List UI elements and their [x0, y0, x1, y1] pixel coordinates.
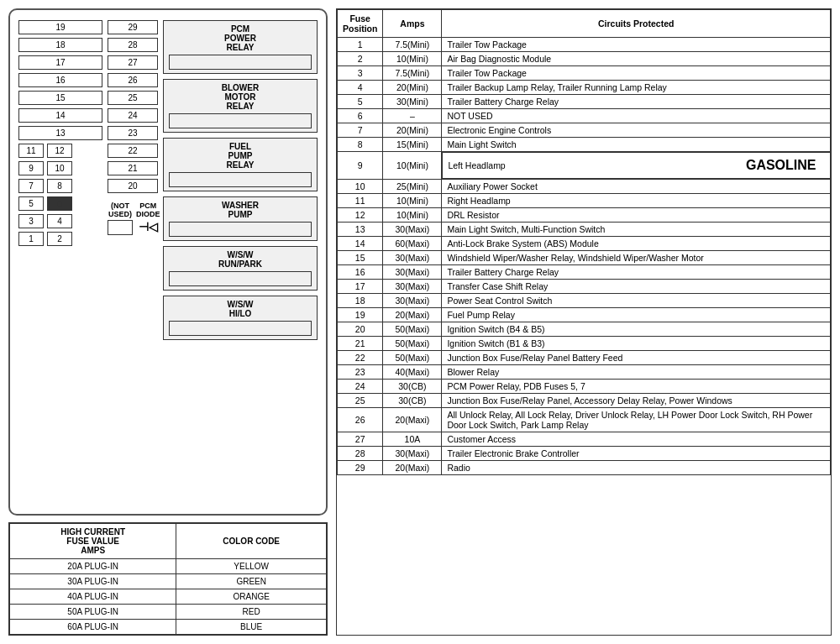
- table-row: 22 50(Maxi) Junction Box Fuse/Relay Pane…: [338, 351, 831, 365]
- col-header-position: Fuse Position: [338, 10, 383, 38]
- legend-color: ORANGE: [176, 589, 327, 605]
- amps-cell: 30(Maxi): [383, 447, 442, 461]
- circuit-cell: Air Bag Diagnostic Module: [442, 52, 831, 66]
- fuse-11: 11: [18, 144, 44, 158]
- pcm-diode-symbol: ⊣◁: [136, 220, 160, 233]
- amps-cell: 10A: [383, 432, 442, 447]
- legend-row: 20A PLUG-INYELLOW: [10, 559, 327, 574]
- circuit-cell: Radio: [442, 461, 831, 475]
- amps-cell: 15(Mini): [383, 138, 442, 152]
- amps-cell: 10(Mini): [383, 208, 442, 223]
- table-row: 9 10(Mini) Left HeadlampGASOLINE: [338, 152, 831, 180]
- legend-color: YELLOW: [176, 559, 327, 574]
- fuse-27: 27: [108, 55, 158, 70]
- pos-cell: 9: [338, 152, 383, 180]
- table-row: 19 20(Maxi) Fuel Pump Relay: [338, 308, 831, 322]
- pos-cell: 17: [338, 280, 383, 294]
- circuit-cell: Right Headlamp: [442, 194, 831, 208]
- fuse-pair-3-4: 3 4: [18, 214, 102, 228]
- pos-cell: 21: [338, 337, 383, 351]
- table-row: 29 20(Maxi) Radio: [338, 461, 831, 475]
- table-row: 6 – NOT USED: [338, 109, 831, 123]
- amps-cell: 50(Maxi): [383, 351, 442, 365]
- amps-cell: 30(Maxi): [383, 294, 442, 308]
- amps-cell: 50(Maxi): [383, 337, 442, 351]
- pos-cell: 18: [338, 294, 383, 308]
- circuit-cell: Customer Access: [442, 432, 831, 447]
- table-row: 3 7.5(Mini) Trailer Tow Package: [338, 66, 831, 81]
- amps-cell: 30(CB): [383, 380, 442, 394]
- table-row: 16 30(Maxi) Trailer Battery Charge Relay: [338, 265, 831, 280]
- pos-cell: 22: [338, 351, 383, 365]
- fuse-col-mid: 29 28 27 26 25 24 23 22 21 20 (NOTUSED): [108, 20, 158, 340]
- amps-cell: 30(Mini): [383, 95, 442, 109]
- pos-cell: 28: [338, 447, 383, 461]
- pos-cell: 15: [338, 251, 383, 265]
- circuit-cell: Fuel Pump Relay: [442, 308, 831, 322]
- legend-fuse: 50A PLUG-IN: [10, 605, 176, 620]
- relay-pcm-power: PCM POWER RELAY: [163, 20, 318, 74]
- circuit-cell: All Unlock Relay, All Lock Relay, Driver…: [442, 408, 831, 432]
- legend-col1-header: HIGH CURRENT FUSE VALUE AMPS: [10, 524, 176, 559]
- table-row: 4 20(Mini) Trailer Backup Lamp Relay, Tr…: [338, 81, 831, 95]
- table-row: 18 30(Maxi) Power Seat Control Switch: [338, 294, 831, 308]
- fuse-8: 8: [47, 179, 72, 193]
- relay-fuel-pump: FUEL PUMP RELAY: [163, 138, 318, 191]
- pos-cell: 16: [338, 265, 383, 280]
- fuse-pair-5-b: 5 ■: [18, 196, 102, 211]
- fuse-3: 3: [18, 214, 44, 228]
- pos-cell: 3: [338, 66, 383, 81]
- fuse-18: 18: [18, 38, 102, 52]
- legend-col2-header: COLOR CODE: [176, 524, 327, 559]
- circuit-cell: Left HeadlampGASOLINE: [442, 152, 830, 179]
- fuse-pair-9-10: 9 10: [18, 161, 102, 175]
- fuse-2: 2: [47, 232, 72, 246]
- pos-cell: 6: [338, 109, 383, 123]
- pos-cell: 10: [338, 180, 383, 194]
- pos-cell: 5: [338, 95, 383, 109]
- legend-color: RED: [176, 605, 327, 620]
- table-row: 12 10(Mini) DRL Resistor: [338, 208, 831, 223]
- circuit-cell: DRL Resistor: [442, 208, 831, 223]
- fuse-22: 22: [108, 144, 158, 158]
- pos-cell: 24: [338, 380, 383, 394]
- circuit-cell: Trailer Electronic Brake Controller: [442, 447, 831, 461]
- table-row: 5 30(Mini) Trailer Battery Charge Relay: [338, 95, 831, 109]
- amps-cell: 7.5(Mini): [383, 66, 442, 81]
- circuit-cell: Auxiliary Power Socket: [442, 180, 831, 194]
- gasoline-label: GASOLINE: [738, 154, 825, 176]
- pos-cell: 11: [338, 194, 383, 208]
- amps-cell: 20(Mini): [383, 81, 442, 95]
- fuse-21: 21: [108, 161, 158, 175]
- fuse-16: 16: [18, 73, 102, 87]
- fuse-1: 1: [18, 232, 44, 246]
- amps-cell: 25(Mini): [383, 180, 442, 194]
- fuse-7: 7: [18, 179, 44, 193]
- not-used-label: (NOTUSED): [108, 202, 133, 218]
- table-row: 28 30(Maxi) Trailer Electronic Brake Con…: [338, 447, 831, 461]
- amps-cell: –: [383, 109, 442, 123]
- relay-washer-pump: WASHER PUMP: [163, 196, 318, 241]
- table-row: 10 25(Mini) Auxiliary Power Socket: [338, 180, 831, 194]
- legend-fuse: 40A PLUG-IN: [10, 589, 176, 605]
- circuit-cell: PCM Power Relay, PDB Fuses 5, 7: [442, 380, 831, 394]
- fuse-col-left: 19 18 17 16 15 14 13 11 12 9 10 7 8: [18, 20, 102, 340]
- circuit-cell: Trailer Backup Lamp Relay, Trailer Runni…: [442, 81, 831, 95]
- legend-fuse: 30A PLUG-IN: [10, 574, 176, 589]
- fuse-5: 5: [18, 196, 44, 211]
- circuit-cell: Anti-Lock Brake System (ABS) Module: [442, 237, 831, 251]
- table-row: 27 10A Customer Access: [338, 432, 831, 447]
- table-row: 23 40(Maxi) Blower Relay: [338, 365, 831, 380]
- table-row: 17 30(Maxi) Transfer Case Shift Relay: [338, 280, 831, 294]
- circuit-cell: Trailer Tow Package: [442, 66, 831, 81]
- legend-row: 50A PLUG-INRED: [10, 605, 327, 620]
- fuse-19: 19: [18, 20, 102, 34]
- circuit-cell: Main Light Switch, Multi-Function Switch: [442, 223, 831, 237]
- circuit-cell: Trailer Battery Charge Relay: [442, 265, 831, 280]
- fuse-pair-1-2: 1 2: [18, 232, 102, 246]
- circuit-cell: Power Seat Control Switch: [442, 294, 831, 308]
- legend-row: 40A PLUG-INORANGE: [10, 589, 327, 605]
- circuit-cell: Junction Box Fuse/Relay Panel Battery Fe…: [442, 351, 831, 365]
- circuit-cell: NOT USED: [442, 109, 831, 123]
- fuse-26: 26: [108, 73, 158, 87]
